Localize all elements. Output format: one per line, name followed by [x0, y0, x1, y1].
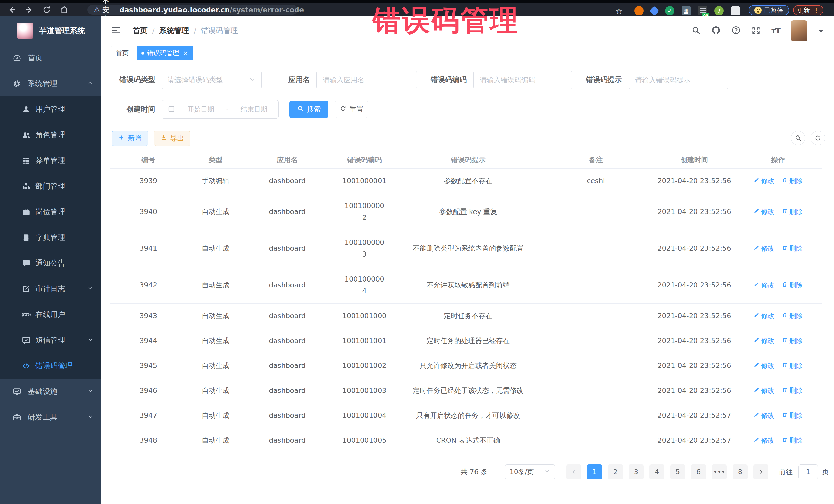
- error-type-select[interactable]: 请选择错误码类型: [162, 70, 262, 89]
- breadcrumb-item[interactable]: 首页: [133, 26, 148, 36]
- breadcrumb-item[interactable]: 系统管理: [159, 26, 189, 36]
- delete-link[interactable]: 删除: [782, 435, 803, 446]
- list-on-extension-icon[interactable]: on: [698, 6, 707, 15]
- sidebar-item-online[interactable]: 在线用户: [0, 302, 101, 327]
- user-avatar[interactable]: [791, 20, 807, 41]
- sidebar-item-role[interactable]: 角色管理: [0, 122, 101, 148]
- sidebar-item-dept[interactable]: 部门管理: [0, 174, 101, 199]
- breadcrumb-item: 错误码管理: [201, 26, 238, 36]
- page-button[interactable]: 2: [608, 464, 623, 479]
- font-size-icon[interactable]: тT: [771, 26, 780, 35]
- table-row: 3941自动生成dashboard1001000003不能删除类型为系统内置的参…: [110, 230, 822, 267]
- delete-link[interactable]: 删除: [782, 242, 803, 254]
- page-button[interactable]: 4: [650, 464, 664, 479]
- sidebar-item-post[interactable]: 岗位管理: [0, 199, 101, 225]
- help-icon[interactable]: [731, 26, 741, 36]
- bookmark-icon[interactable]: ☆: [615, 6, 623, 16]
- edit-link[interactable]: 修改: [753, 279, 774, 291]
- sidebar-item-infra[interactable]: 基础设施: [0, 379, 101, 404]
- add-button-label: 新增: [128, 134, 142, 143]
- delete-link[interactable]: 删除: [782, 335, 803, 347]
- edit-icon: [753, 242, 760, 254]
- edit-link[interactable]: 修改: [753, 310, 774, 322]
- search-icon[interactable]: [691, 26, 701, 36]
- delete-link[interactable]: 删除: [782, 385, 803, 396]
- sidebar-item-audit[interactable]: 审计日志: [0, 276, 101, 302]
- home-icon[interactable]: [59, 4, 70, 15]
- show-search-toggle-button[interactable]: [791, 131, 805, 145]
- edit-link[interactable]: 修改: [753, 206, 774, 218]
- edit-link[interactable]: 修改: [753, 410, 774, 421]
- next-page-button[interactable]: [753, 464, 768, 479]
- delete-link[interactable]: 删除: [782, 410, 803, 421]
- delete-link[interactable]: 删除: [782, 206, 803, 218]
- sidebar-item-menu[interactable]: 菜单管理: [0, 148, 101, 174]
- sidebar-item-sms[interactable]: 短信管理: [0, 327, 101, 353]
- reset-button[interactable]: 重置: [335, 101, 368, 118]
- edit-link[interactable]: 修改: [753, 435, 774, 446]
- page-button[interactable]: 6: [691, 464, 706, 479]
- create-time-range-picker[interactable]: 开始日期 - 结束日期: [162, 100, 279, 118]
- error-hint-input[interactable]: [629, 76, 728, 84]
- hamburger-icon[interactable]: [111, 25, 121, 37]
- page-button[interactable]: 3: [629, 464, 643, 479]
- paused-extension-badge[interactable]: 已暂停: [749, 5, 789, 15]
- date-separator: -: [226, 106, 228, 113]
- puzzle-extension-icon[interactable]: [731, 6, 740, 15]
- goto-page-input[interactable]: [798, 464, 818, 479]
- key-extension-icon[interactable]: ⚷: [715, 6, 724, 15]
- page-button[interactable]: 1: [587, 464, 602, 479]
- tiles-extension-icon[interactable]: ▦: [682, 6, 691, 15]
- edit-link[interactable]: 修改: [753, 335, 774, 347]
- edit-link[interactable]: 修改: [753, 175, 774, 187]
- export-button[interactable]: 导出: [154, 131, 191, 146]
- edit-link[interactable]: 修改: [753, 242, 774, 254]
- page-size-select[interactable]: 10条/页: [505, 464, 555, 479]
- sidebar-item-system[interactable]: 系统管理: [0, 71, 101, 96]
- blue-gem-extension-icon[interactable]: [649, 6, 659, 16]
- sidebar-item-devtools[interactable]: 研发工具: [0, 404, 101, 430]
- edit-link[interactable]: 修改: [753, 385, 774, 396]
- row-create-time: 2021-04-20 23:52:56: [654, 230, 734, 267]
- green-v-extension-icon[interactable]: ✓: [665, 6, 674, 15]
- org-tree-icon: [22, 182, 31, 191]
- page-button[interactable]: 5: [670, 464, 685, 479]
- error-code-input[interactable]: [474, 76, 572, 84]
- caret-down-icon[interactable]: [818, 29, 824, 35]
- pagination-more[interactable]: •••: [712, 464, 727, 479]
- github-icon[interactable]: [711, 26, 721, 36]
- forward-icon[interactable]: [24, 4, 35, 15]
- refresh-table-button[interactable]: [811, 131, 825, 145]
- search-button[interactable]: 搜索: [289, 101, 328, 118]
- row-message: 参数配置不存在: [399, 168, 537, 193]
- delete-link[interactable]: 删除: [782, 360, 803, 372]
- add-button[interactable]: 新增: [112, 131, 148, 146]
- reload-icon[interactable]: [41, 4, 52, 15]
- sidebar-item-user[interactable]: 用户管理: [0, 96, 101, 122]
- page-button[interactable]: 8: [733, 464, 748, 479]
- edit-link[interactable]: 修改: [753, 360, 774, 372]
- app-logo[interactable]: 芋道管理系统: [0, 17, 101, 45]
- sidebar-item-home[interactable]: 首页: [0, 45, 101, 71]
- fullscreen-icon[interactable]: [751, 26, 761, 36]
- delete-link[interactable]: 删除: [782, 310, 803, 322]
- back-icon[interactable]: [6, 4, 18, 15]
- browser-menu-icon[interactable]: ⋮: [813, 6, 820, 14]
- prev-page-button[interactable]: [566, 464, 581, 479]
- sidebar-item-errcode[interactable]: 错误码管理: [0, 353, 101, 379]
- close-icon[interactable]: ×: [183, 50, 188, 57]
- app-name-input[interactable]: [317, 76, 417, 84]
- delete-link[interactable]: 删除: [782, 279, 803, 291]
- sidebar-item-notice[interactable]: 通知公告: [0, 250, 101, 276]
- tab-首页[interactable]: 首页: [111, 46, 133, 60]
- address-bar[interactable]: ⚠ 不安全 dashboard.yudao.iocoder.cn/system/…: [87, 5, 298, 15]
- tab-label: 错误码管理: [147, 49, 179, 57]
- extensions-row: ✓▦on⚷: [634, 6, 740, 15]
- browser-update-button[interactable]: 更新 ⋮: [793, 5, 824, 15]
- row-memo: [537, 267, 654, 303]
- app-name-label: 应用名: [271, 70, 310, 89]
- sidebar-item-dict[interactable]: 字典管理: [0, 225, 101, 250]
- delete-link[interactable]: 删除: [782, 175, 803, 187]
- orange-extension-icon[interactable]: [634, 6, 643, 15]
- tab-错误码管理[interactable]: 错误码管理×: [136, 46, 193, 60]
